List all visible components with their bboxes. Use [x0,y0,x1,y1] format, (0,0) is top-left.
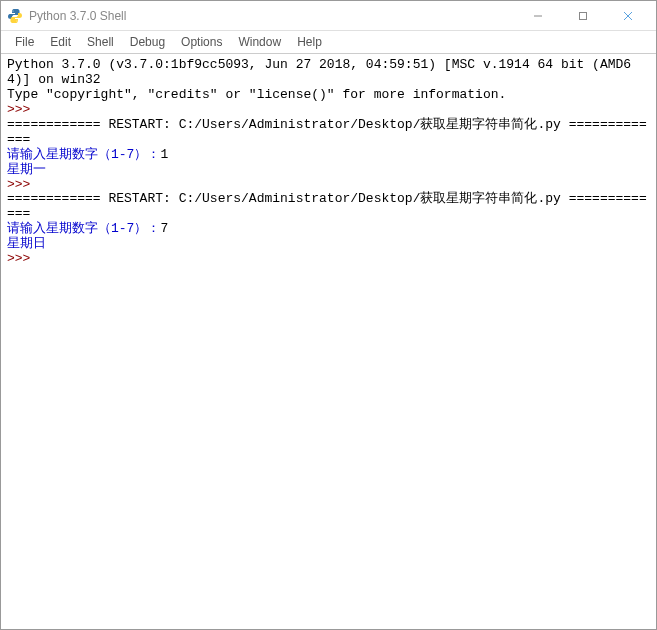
menu-edit[interactable]: Edit [42,33,79,51]
svg-rect-1 [579,12,586,19]
output-2: 星期日 [7,236,46,251]
input-prompt-1: 请输入星期数字（1-7）： [7,147,160,162]
console-area[interactable]: Python 3.7.0 (v3.7.0:1bf9cc5093, Jun 27 … [1,53,656,629]
window-controls [515,1,650,31]
menu-help[interactable]: Help [289,33,330,51]
input-value-2: 7 [160,221,168,236]
menu-debug[interactable]: Debug [122,33,173,51]
prompt: >>> [7,102,30,117]
menu-options[interactable]: Options [173,33,230,51]
menubar: File Edit Shell Debug Options Window Hel… [1,31,656,53]
restart-line-1: ============ RESTART: C:/Users/Administr… [7,117,647,147]
banner-line-2: Type "copyright", "credits" or "license(… [7,87,506,102]
maximize-button[interactable] [560,1,605,31]
prompt: >>> [7,251,30,266]
minimize-button[interactable] [515,1,560,31]
menu-window[interactable]: Window [230,33,289,51]
prompt: >>> [7,177,30,192]
banner-line-1: Python 3.7.0 (v3.7.0:1bf9cc5093, Jun 27 … [7,57,631,87]
menu-file[interactable]: File [7,33,42,51]
titlebar: Python 3.7.0 Shell [1,1,656,31]
restart-line-2: ============ RESTART: C:/Users/Administr… [7,191,647,221]
python-icon [7,8,23,24]
input-value-1: 1 [160,147,168,162]
window-title: Python 3.7.0 Shell [29,9,515,23]
output-1: 星期一 [7,162,46,177]
close-button[interactable] [605,1,650,31]
input-prompt-2: 请输入星期数字（1-7）： [7,221,160,236]
menu-shell[interactable]: Shell [79,33,122,51]
